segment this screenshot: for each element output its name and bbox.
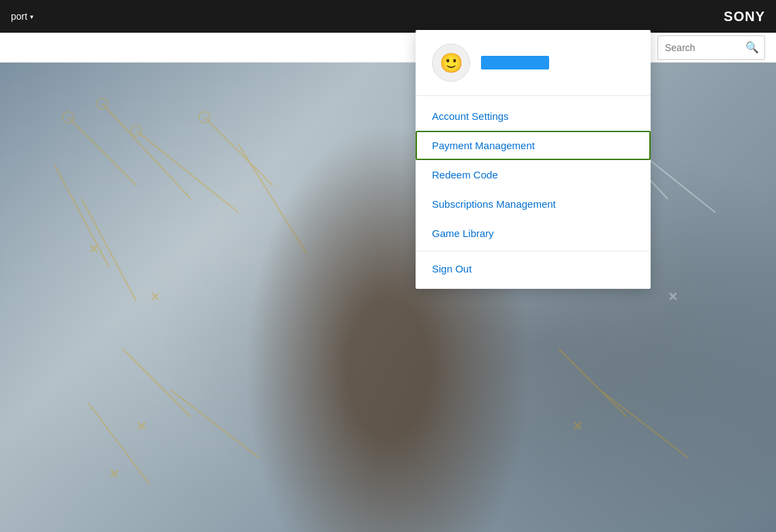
hero-section: ✕ ✕ ✕ ✕ ✕ ✕ ✕ [0, 63, 776, 532]
svg-line-2 [55, 165, 109, 267]
top-bar-left: port ▾ [0, 0, 44, 33]
svg-line-0 [68, 117, 136, 185]
menu-item-payment-management[interactable]: Payment Management [416, 131, 651, 160]
svg-text:✕: ✕ [668, 290, 678, 304]
menu-item-redeem-code[interactable]: Redeem Code [416, 160, 651, 189]
nav-item-port[interactable]: port ▾ [0, 0, 44, 33]
svg-line-24 [89, 403, 150, 485]
dropdown-menu: Account Settings Payment Management Rede… [416, 96, 651, 289]
svg-text:✕: ✕ [89, 242, 99, 256]
svg-text:✕: ✕ [150, 290, 160, 304]
svg-line-27 [559, 349, 627, 417]
search-button[interactable]: 🔍 [740, 35, 764, 60]
search-input[interactable] [658, 36, 740, 59]
svg-text:✕: ✕ [109, 467, 119, 481]
svg-line-22 [123, 349, 191, 417]
svg-line-3 [136, 131, 238, 213]
user-dropdown: 🙂 Account Settings Payment Management Re… [416, 30, 651, 289]
search-bar: 🔍 [657, 35, 765, 60]
sony-logo: SONY [724, 9, 765, 25]
search-icon: 🔍 [745, 41, 759, 54]
menu-divider [416, 251, 651, 251]
menu-item-account-settings[interactable]: Account Settings [416, 101, 651, 131]
menu-item-subscriptions-management[interactable]: Subscriptions Management [416, 189, 651, 219]
menu-item-sign-out[interactable]: Sign Out [416, 254, 651, 283]
dropdown-header: 🙂 [416, 30, 651, 96]
avatar-circle: 🙂 [432, 44, 470, 82]
svg-text:✕: ✕ [572, 420, 583, 433]
svg-line-1 [102, 104, 191, 199]
svg-line-28 [600, 390, 688, 458]
nav-bar: 🙂 ♡ 🛒 🔍 [0, 33, 776, 63]
svg-text:✕: ✕ [136, 420, 146, 433]
menu-item-game-library[interactable]: Game Library [416, 219, 651, 248]
username-button[interactable] [481, 56, 549, 69]
nav-arrow-icon: ▾ [30, 13, 33, 20]
nav-item-label: port [11, 11, 27, 22]
hero-background: ✕ ✕ ✕ ✕ ✕ ✕ ✕ [0, 63, 776, 532]
avatar-smiley-icon: 🙂 [439, 52, 463, 74]
top-bar: port ▾ SONY [0, 0, 776, 33]
